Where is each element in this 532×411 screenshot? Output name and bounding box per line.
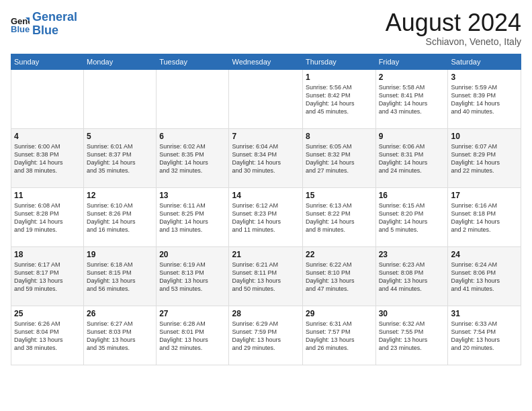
logo: General Blue General Blue xyxy=(11,11,77,38)
day-info: Sunrise: 6:31 AMSunset: 7:57 PMDaylight:… xyxy=(306,320,373,353)
logo-icon: General Blue xyxy=(11,15,30,34)
day-info: Sunrise: 6:32 AMSunset: 7:55 PMDaylight:… xyxy=(379,320,445,353)
calendar-cell: 26Sunrise: 6:27 AMSunset: 8:03 PMDayligh… xyxy=(84,306,157,365)
day-number: 21 xyxy=(232,250,300,259)
day-number: 2 xyxy=(379,73,445,82)
day-number: 12 xyxy=(87,191,153,200)
day-number: 11 xyxy=(14,191,81,200)
calendar-cell: 27Sunrise: 6:28 AMSunset: 8:01 PMDayligh… xyxy=(157,306,229,365)
day-info: Sunrise: 6:21 AMSunset: 8:11 PMDaylight:… xyxy=(232,261,300,293)
day-info: Sunrise: 6:19 AMSunset: 8:13 PMDaylight:… xyxy=(159,261,226,293)
day-number: 5 xyxy=(87,132,153,141)
day-number: 6 xyxy=(159,132,226,141)
day-number: 16 xyxy=(379,191,445,200)
calendar-cell: 5Sunrise: 6:01 AMSunset: 8:37 PMDaylight… xyxy=(84,129,157,188)
calendar-cell: 9Sunrise: 6:06 AMSunset: 8:31 PMDaylight… xyxy=(375,129,448,188)
location: Schiavon, Veneto, Italy xyxy=(386,36,521,47)
calendar-week-3: 11Sunrise: 6:08 AMSunset: 8:28 PMDayligh… xyxy=(11,188,521,247)
day-info: Sunrise: 6:12 AMSunset: 8:23 PMDaylight:… xyxy=(232,201,300,234)
calendar-cell: 29Sunrise: 6:31 AMSunset: 7:57 PMDayligh… xyxy=(302,306,375,365)
calendar-cell: 2Sunrise: 5:58 AMSunset: 8:41 PMDaylight… xyxy=(375,70,448,129)
day-number: 27 xyxy=(159,309,226,318)
day-number: 13 xyxy=(159,191,226,200)
day-info: Sunrise: 6:11 AMSunset: 8:25 PMDaylight:… xyxy=(159,201,226,234)
day-info: Sunrise: 6:18 AMSunset: 8:15 PMDaylight:… xyxy=(87,261,153,293)
calendar-cell: 20Sunrise: 6:19 AMSunset: 8:13 PMDayligh… xyxy=(157,247,229,306)
day-info: Sunrise: 5:58 AMSunset: 8:41 PMDaylight:… xyxy=(379,83,445,116)
calendar-cell: 12Sunrise: 6:10 AMSunset: 8:26 PMDayligh… xyxy=(84,188,157,247)
day-number: 10 xyxy=(451,132,518,141)
day-info: Sunrise: 6:08 AMSunset: 8:28 PMDaylight:… xyxy=(14,201,81,234)
day-number: 25 xyxy=(14,309,81,318)
calendar-cell: 1Sunrise: 5:56 AMSunset: 8:42 PMDaylight… xyxy=(302,70,375,129)
col-saturday: Saturday xyxy=(448,54,521,70)
page: General Blue General Blue August 2024 Sc… xyxy=(0,0,532,411)
day-number: 24 xyxy=(451,250,518,259)
day-info: Sunrise: 6:13 AMSunset: 8:22 PMDaylight:… xyxy=(306,201,373,234)
day-number: 29 xyxy=(306,309,373,318)
col-monday: Monday xyxy=(84,54,157,70)
day-number: 30 xyxy=(379,309,445,318)
calendar-cell: 18Sunrise: 6:17 AMSunset: 8:17 PMDayligh… xyxy=(11,247,84,306)
calendar-cell: 17Sunrise: 6:16 AMSunset: 8:18 PMDayligh… xyxy=(448,188,521,247)
day-info: Sunrise: 6:00 AMSunset: 8:38 PMDaylight:… xyxy=(14,142,81,175)
calendar-header-row: Sunday Monday Tuesday Wednesday Thursday… xyxy=(11,54,521,70)
day-info: Sunrise: 6:17 AMSunset: 8:17 PMDaylight:… xyxy=(14,261,81,293)
day-info: Sunrise: 6:26 AMSunset: 8:04 PMDaylight:… xyxy=(14,320,81,353)
calendar-cell: 14Sunrise: 6:12 AMSunset: 8:23 PMDayligh… xyxy=(229,188,303,247)
col-wednesday: Wednesday xyxy=(229,54,303,70)
calendar-cell: 19Sunrise: 6:18 AMSunset: 8:15 PMDayligh… xyxy=(84,247,157,306)
day-number: 17 xyxy=(451,191,518,200)
calendar-week-4: 18Sunrise: 6:17 AMSunset: 8:17 PMDayligh… xyxy=(11,247,521,306)
day-number: 23 xyxy=(379,250,445,259)
day-number: 28 xyxy=(232,309,300,318)
day-number: 15 xyxy=(306,191,373,200)
title-block: August 2024 Schiavon, Veneto, Italy xyxy=(386,11,521,47)
svg-text:Blue: Blue xyxy=(11,24,30,34)
col-sunday: Sunday xyxy=(11,54,84,70)
logo-text: General Blue xyxy=(32,11,77,38)
calendar-cell: 13Sunrise: 6:11 AMSunset: 8:25 PMDayligh… xyxy=(157,188,229,247)
calendar-cell xyxy=(157,70,229,129)
day-number: 8 xyxy=(306,132,373,141)
day-number: 18 xyxy=(14,250,81,259)
day-info: Sunrise: 6:28 AMSunset: 8:01 PMDaylight:… xyxy=(159,320,226,353)
day-info: Sunrise: 6:07 AMSunset: 8:29 PMDaylight:… xyxy=(451,142,518,175)
day-number: 9 xyxy=(379,132,445,141)
day-number: 1 xyxy=(306,73,373,82)
day-info: Sunrise: 6:22 AMSunset: 8:10 PMDaylight:… xyxy=(306,261,373,293)
calendar-cell: 3Sunrise: 5:59 AMSunset: 8:39 PMDaylight… xyxy=(448,70,521,129)
day-number: 19 xyxy=(87,250,153,259)
day-info: Sunrise: 5:56 AMSunset: 8:42 PMDaylight:… xyxy=(306,83,373,116)
day-number: 14 xyxy=(232,191,300,200)
calendar-cell xyxy=(84,70,157,129)
calendar-cell: 22Sunrise: 6:22 AMSunset: 8:10 PMDayligh… xyxy=(302,247,375,306)
calendar: Sunday Monday Tuesday Wednesday Thursday… xyxy=(11,54,521,365)
day-info: Sunrise: 6:15 AMSunset: 8:20 PMDaylight:… xyxy=(379,201,445,234)
calendar-cell: 6Sunrise: 6:02 AMSunset: 8:35 PMDaylight… xyxy=(157,129,229,188)
calendar-cell: 15Sunrise: 6:13 AMSunset: 8:22 PMDayligh… xyxy=(302,188,375,247)
day-info: Sunrise: 6:04 AMSunset: 8:34 PMDaylight:… xyxy=(232,142,300,175)
day-info: Sunrise: 6:01 AMSunset: 8:37 PMDaylight:… xyxy=(87,142,153,175)
calendar-cell: 30Sunrise: 6:32 AMSunset: 7:55 PMDayligh… xyxy=(375,306,448,365)
day-number: 7 xyxy=(232,132,300,141)
month-title: August 2024 xyxy=(386,11,521,35)
calendar-cell: 24Sunrise: 6:24 AMSunset: 8:06 PMDayligh… xyxy=(448,247,521,306)
calendar-cell: 8Sunrise: 6:05 AMSunset: 8:32 PMDaylight… xyxy=(302,129,375,188)
day-number: 20 xyxy=(159,250,226,259)
day-info: Sunrise: 6:33 AMSunset: 7:54 PMDaylight:… xyxy=(451,320,518,353)
calendar-cell: 7Sunrise: 6:04 AMSunset: 8:34 PMDaylight… xyxy=(229,129,303,188)
calendar-cell: 16Sunrise: 6:15 AMSunset: 8:20 PMDayligh… xyxy=(375,188,448,247)
calendar-cell: 21Sunrise: 6:21 AMSunset: 8:11 PMDayligh… xyxy=(229,247,303,306)
day-info: Sunrise: 6:29 AMSunset: 7:59 PMDaylight:… xyxy=(232,320,300,353)
col-thursday: Thursday xyxy=(302,54,375,70)
day-info: Sunrise: 6:10 AMSunset: 8:26 PMDaylight:… xyxy=(87,201,153,234)
calendar-cell: 25Sunrise: 6:26 AMSunset: 8:04 PMDayligh… xyxy=(11,306,84,365)
calendar-cell: 4Sunrise: 6:00 AMSunset: 8:38 PMDaylight… xyxy=(11,129,84,188)
calendar-cell: 23Sunrise: 6:23 AMSunset: 8:08 PMDayligh… xyxy=(375,247,448,306)
header: General Blue General Blue August 2024 Sc… xyxy=(11,11,521,47)
day-info: Sunrise: 6:02 AMSunset: 8:35 PMDaylight:… xyxy=(159,142,226,175)
day-number: 4 xyxy=(14,132,81,141)
day-info: Sunrise: 6:24 AMSunset: 8:06 PMDaylight:… xyxy=(451,261,518,293)
day-number: 3 xyxy=(451,73,518,82)
